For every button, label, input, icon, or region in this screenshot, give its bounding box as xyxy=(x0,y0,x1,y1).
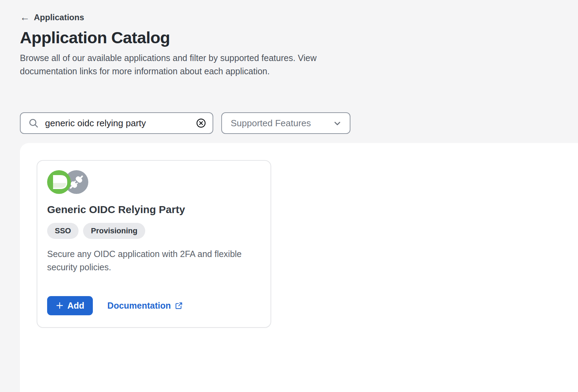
search-box[interactable] xyxy=(20,112,213,134)
add-button-label: Add xyxy=(67,301,84,311)
toolbar: Supported Features xyxy=(20,112,578,134)
clear-search-button[interactable] xyxy=(195,117,207,129)
supported-features-select[interactable]: Supported Features xyxy=(221,112,350,134)
add-button[interactable]: Add xyxy=(47,296,93,315)
page-description: Browse all of our available applications… xyxy=(20,51,371,78)
documentation-label: Documentation xyxy=(108,301,171,311)
tag-sso: SSO xyxy=(47,223,79,239)
documentation-link[interactable]: Documentation xyxy=(108,301,183,311)
supported-features-label: Supported Features xyxy=(231,118,311,129)
circle-x-icon xyxy=(196,118,206,128)
page-header: ← Applications Application Catalog Brows… xyxy=(0,0,578,78)
duo-logo-icon xyxy=(47,170,71,194)
breadcrumb[interactable]: ← Applications xyxy=(20,13,84,22)
app-card: Generic OIDC Relying Party SSO Provision… xyxy=(37,160,271,328)
app-icon-pair xyxy=(47,170,261,194)
breadcrumb-label: Applications xyxy=(34,13,84,22)
chevron-down-icon xyxy=(333,119,342,128)
card-actions: Add Documentation xyxy=(47,296,261,315)
results-panel: Generic OIDC Relying Party SSO Provision… xyxy=(20,143,578,392)
back-arrow-icon: ← xyxy=(20,13,30,22)
page-title: Application Catalog xyxy=(20,28,578,47)
plus-icon xyxy=(55,301,64,310)
search-input[interactable] xyxy=(45,118,195,129)
search-icon xyxy=(28,118,39,128)
app-description: Secure any OIDC application with 2FA and… xyxy=(47,247,243,274)
app-title: Generic OIDC Relying Party xyxy=(47,204,261,216)
tag-provisioning: Provisioning xyxy=(83,223,145,239)
external-link-icon xyxy=(175,302,183,310)
feature-tags: SSO Provisioning xyxy=(47,223,261,239)
